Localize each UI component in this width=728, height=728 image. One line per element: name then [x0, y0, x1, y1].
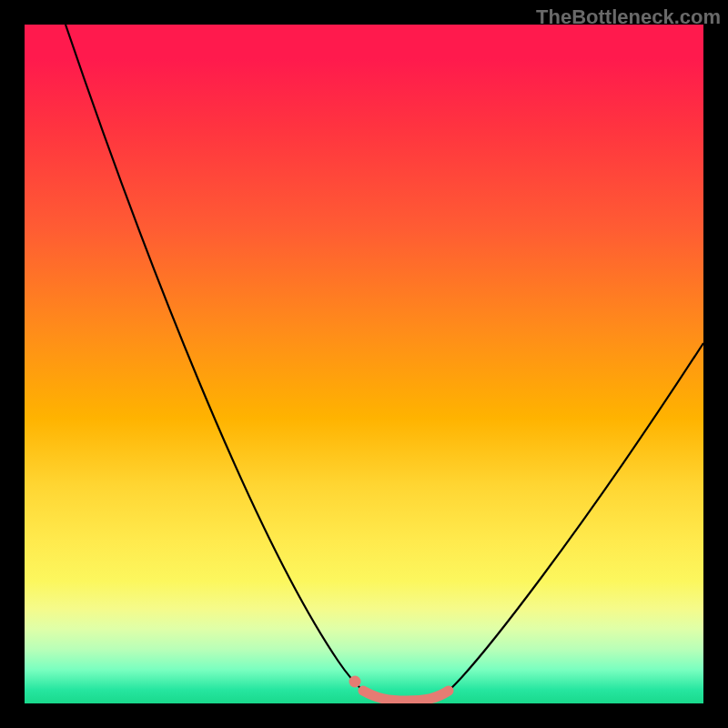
bottleneck-curve	[25, 25, 703, 703]
curve-left	[66, 25, 363, 691]
watermark-label: TheBottleneck.com	[536, 5, 721, 29]
marker-dot	[349, 676, 361, 688]
curve-bottom-highlight	[363, 691, 449, 701]
plot-area	[25, 25, 703, 703]
curve-right	[449, 343, 703, 691]
chart-container: TheBottleneck.com	[0, 0, 728, 728]
